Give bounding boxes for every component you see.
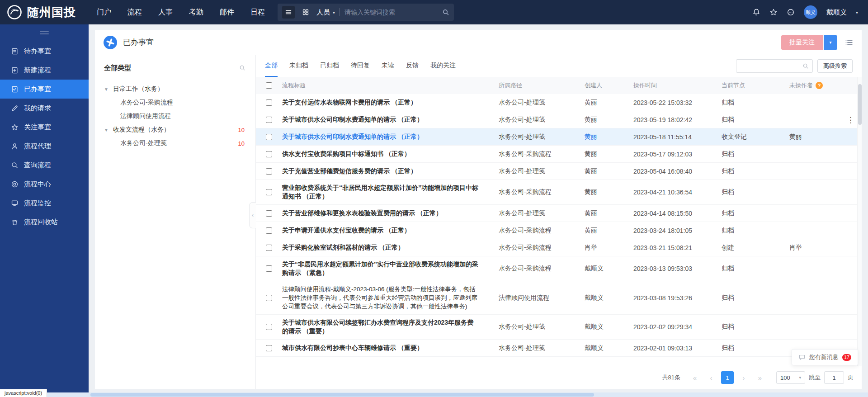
tab-4[interactable]: 待回复 <box>351 55 370 77</box>
user-chevron-down-icon[interactable]: ▾ <box>856 10 858 15</box>
row-creator[interactable]: 黄丽 <box>585 99 633 107</box>
row-title[interactable]: 关于充值营业部催费短信服务费的请示 （正常） <box>282 167 499 175</box>
table-row[interactable]: 关于申请开通供水支付宝收费的请示 （正常）水务公司-采购流程黄丽2023-03-… <box>256 222 862 239</box>
topnav-item-4[interactable]: 考勤 <box>181 0 212 24</box>
horizontal-scrollbar[interactable] <box>0 392 868 397</box>
tab-1[interactable]: 全部 <box>265 55 278 77</box>
table-row[interactable]: 城市供水有限公司抄表中心车辆维修请示 （重要）水务公司-处理笺戴顺义2023-0… <box>256 340 862 357</box>
row-checkbox[interactable] <box>266 227 272 234</box>
scrollbar-thumb[interactable] <box>858 84 862 125</box>
table-row[interactable]: 关于充值营业部催费短信服务费的请示 （正常）水务公司-处理笺黄丽2023-05-… <box>256 163 862 180</box>
row-creator[interactable]: 戴顺义 <box>585 344 633 352</box>
page-size-select[interactable]: 100 ▾ <box>776 371 805 384</box>
row-title[interactable]: 关于城市供水公司印制水费通知单的请示 （正常） <box>282 132 499 141</box>
row-checkbox[interactable] <box>266 345 272 351</box>
tree-node[interactable]: 法律顾问使用流程 <box>104 109 246 123</box>
row-title[interactable]: 关于城市供水有限公司续签鄂汇办水费查询程序及支付2023年服务费的请示 （重要） <box>282 318 499 336</box>
column-header[interactable]: 当前节点 <box>722 81 789 90</box>
table-search-input[interactable] <box>740 63 801 70</box>
row-more-icon[interactable]: ⋮ <box>847 115 854 124</box>
row-title[interactable]: 供水支付宝收费采购项目中标通知书 （正常） <box>282 150 499 158</box>
brand[interactable]: 随州国投 <box>0 4 89 20</box>
row-title[interactable]: 关于城市供水公司印制水费通知单的请示 （正常） <box>282 115 499 124</box>
current-page-button[interactable]: 1 <box>721 371 734 384</box>
row-title[interactable]: 城市供水有限公司抄表中心车辆维修请示 （重要） <box>282 344 499 352</box>
table-row[interactable]: 关于采购化验室试剂和器材的请示 （正常）水务公司-采购流程肖举2023-03-2… <box>256 239 862 256</box>
tree-caret-icon[interactable]: ▼ <box>104 128 113 132</box>
table-row[interactable]: 关于支付远传水表物联网卡费用的请示 （正常）水务公司-处理笺黄丽2023-05-… <box>256 94 862 111</box>
column-header[interactable]: 流程标题 <box>282 81 499 90</box>
prev-page-button[interactable]: ‹ <box>705 371 717 384</box>
message-toast[interactable]: 您有新消息 17 <box>792 349 858 365</box>
tab-3[interactable]: 已归档 <box>320 55 339 77</box>
jump-page-input[interactable] <box>824 371 844 384</box>
bell-icon[interactable] <box>752 8 760 16</box>
sidebar-item-10[interactable]: 流程回收站 <box>0 213 89 232</box>
last-page-button[interactable]: » <box>754 371 766 384</box>
row-creator[interactable]: 肖举 <box>585 244 633 252</box>
sidebar-item-5[interactable]: 关注事宜 <box>0 118 89 137</box>
row-title[interactable]: 关于营业部维修和更换水表检验装置费用的请示 （正常） <box>282 209 499 217</box>
sidebar-item-9[interactable]: 流程监控 <box>0 194 89 213</box>
row-checkbox[interactable] <box>266 189 272 195</box>
search-icon[interactable] <box>442 9 449 16</box>
collapse-tree-icon[interactable]: ‹ <box>249 202 256 228</box>
row-creator[interactable]: 戴顺义 <box>585 265 633 273</box>
topnav-item-5[interactable]: 邮件 <box>212 0 242 24</box>
row-checkbox[interactable] <box>266 265 272 272</box>
table-row[interactable]: 关于城市供水公司印制水费通知单的请示 （正常）水务公司-处理笺黄丽2023-05… <box>256 111 862 128</box>
table-row[interactable]: 关于“非居民用水超定额累计加价”实行中营业部收费系统功能增加的采购请示 （紧急）… <box>256 256 862 281</box>
row-title[interactable]: 关于“非居民用水超定额累计加价”实行中营业部收费系统功能增加的采购请示 （紧急） <box>282 260 499 277</box>
sidebar-item-6[interactable]: 流程代理 <box>0 137 89 156</box>
tree-search-input[interactable] <box>137 64 237 71</box>
column-header[interactable]: 所属路径 <box>499 81 585 90</box>
row-creator[interactable]: 戴顺义 <box>585 294 633 302</box>
row-checkbox[interactable] <box>266 210 272 217</box>
row-title[interactable]: 关于采购化验室试剂和器材的请示 （正常） <box>282 243 499 252</box>
column-header[interactable]: 未操作者? <box>789 81 857 90</box>
advanced-search-button[interactable]: 高级搜索 <box>817 59 853 73</box>
global-search-input[interactable] <box>344 9 438 16</box>
row-creator[interactable]: 黄丽 <box>585 116 633 124</box>
row-creator[interactable]: 黄丽 <box>585 133 633 141</box>
help-icon[interactable]: ? <box>816 82 823 89</box>
list-view-icon[interactable] <box>844 38 854 47</box>
table-row[interactable]: 法律顾问使用流程-戴顺义-2023-03-06 (服务类型:一般性法律事务，包括… <box>256 281 862 315</box>
row-creator[interactable]: 黄丽 <box>585 150 633 158</box>
tree-node[interactable]: 水务公司-处理笺10 <box>104 137 246 150</box>
sidebar-collapse-handle[interactable] <box>38 29 50 36</box>
sidebar-item-3[interactable]: 已办事宜 <box>0 80 89 99</box>
tree-node[interactable]: 水务公司-采购流程 <box>104 96 246 109</box>
sidebar-item-7[interactable]: 查询流程 <box>0 156 89 175</box>
row-title[interactable]: 关于申请开通供水支付宝收费的请示 （正常） <box>282 226 499 235</box>
row-creator[interactable]: 黄丽 <box>585 227 633 235</box>
username[interactable]: 戴顺义 <box>826 8 847 17</box>
sidebar-item-1[interactable]: 待办事宜 <box>0 42 89 61</box>
menu-icon[interactable] <box>282 6 295 19</box>
column-header[interactable]: 创建人 <box>585 81 633 90</box>
more-circle-icon[interactable] <box>787 8 795 16</box>
topnav-item-3[interactable]: 人事 <box>150 0 181 24</box>
table-row[interactable]: 营业部收费系统关于“非居民用水超定额累计加价”功能增加的项目中标通知书 （正常）… <box>256 180 862 205</box>
row-checkbox[interactable] <box>266 117 272 123</box>
tree-caret-icon[interactable]: ▼ <box>104 87 113 92</box>
row-title[interactable]: 关于支付远传水表物联网卡费用的请示 （正常） <box>282 98 499 107</box>
topnav-item-2[interactable]: 流程 <box>119 0 150 24</box>
column-header[interactable]: 操作时间 <box>633 81 722 90</box>
tab-2[interactable]: 未归档 <box>289 55 308 77</box>
row-checkbox[interactable] <box>266 168 272 175</box>
batch-follow-dropdown-button[interactable]: ▾ <box>824 35 837 50</box>
batch-follow-button[interactable]: 批量关注 <box>781 35 823 50</box>
people-dropdown[interactable]: 人员 ▾ <box>316 8 335 17</box>
tree-node[interactable]: ▼收发文流程（水务）10 <box>104 123 246 137</box>
row-checkbox[interactable] <box>266 134 272 140</box>
table-row[interactable]: 关于城市供水有限公司续签鄂汇办水费查询程序及支付2023年服务费的请示 （重要）… <box>256 315 862 340</box>
sidebar-item-4[interactable]: 我的请求 <box>0 99 89 118</box>
row-checkbox[interactable] <box>266 295 272 301</box>
row-checkbox[interactable] <box>266 151 272 157</box>
row-checkbox[interactable] <box>266 245 272 251</box>
tab-7[interactable]: 我的关注 <box>430 55 456 77</box>
first-page-button[interactable]: « <box>689 371 701 384</box>
row-creator[interactable]: 黄丽 <box>585 209 633 217</box>
tree-node[interactable]: ▼日常工作（水务） <box>104 82 246 96</box>
